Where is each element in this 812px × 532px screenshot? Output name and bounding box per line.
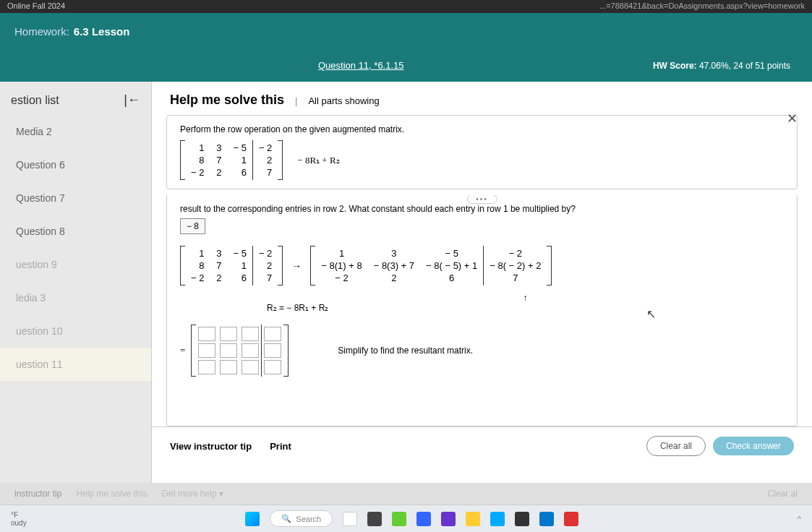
step-matrix-left: 18− 2 372 − 516 − 227 — [180, 246, 283, 286]
sidebar-title: estion list — [11, 94, 59, 107]
windows-taskbar: °F oudy 🔍 Search ^ — [0, 505, 812, 532]
given-matrix: 18− 2 372 − 516 − 227 — [180, 140, 283, 180]
content-area: Help me solve this | All parts showing ✕… — [152, 82, 812, 483]
matrix-input-33[interactable] — [242, 360, 259, 374]
sidebar-item-media3[interactable]: ledia 3 — [0, 281, 151, 314]
hw-title: 6.3 Lesson — [74, 25, 130, 38]
app-icon-9[interactable] — [539, 512, 554, 526]
app-icon-8[interactable] — [515, 512, 529, 526]
instruction-text: Perform the row operation on the given a… — [180, 124, 784, 134]
sidebar-item-media2[interactable]: Media 2 — [0, 115, 151, 148]
step-text-1: result to the corresponding entries in r… — [180, 204, 784, 214]
sidebar-item-q8[interactable]: Question 8 — [0, 215, 151, 248]
question-header: Question 11, *6.1.15 HW Score: 47.06%, 2… — [0, 49, 812, 82]
clear-all-button[interactable]: Clear all — [646, 436, 706, 456]
help-footer: View instructor tip Print Clear all Chec… — [152, 426, 812, 465]
solution-steps: ••• result to the corresponding entries … — [166, 195, 798, 426]
print-link[interactable]: Print — [270, 441, 291, 452]
matrix-input-11[interactable] — [198, 327, 215, 341]
sidebar-item-q10[interactable]: uestion 10 — [0, 314, 151, 348]
sidebar-item-q7[interactable]: Question 7 — [0, 181, 151, 215]
get-more-help-label[interactable]: Get more help ▾ — [161, 489, 223, 499]
app-icon-6[interactable] — [466, 512, 480, 526]
instructor-tip-label[interactable]: instructor tip — [14, 489, 61, 499]
sidebar-item-q11[interactable]: uestion 11 — [0, 348, 151, 381]
weather-widget[interactable]: °F oudy — [11, 511, 27, 527]
app-icon-2[interactable] — [367, 512, 382, 526]
row-operation-note: ↑ R₂ = − 8R₁ + R₂ — [267, 293, 784, 314]
sidebar-item-q9[interactable]: uestion 9 — [0, 248, 151, 281]
view-instructor-tip-link[interactable]: View instructor tip — [170, 441, 252, 452]
help-me-solve-label[interactable]: Help me solve this — [76, 489, 147, 499]
homework-header: Homework: 6.3 Lesson — [0, 13, 812, 49]
question-list-sidebar: estion list |← Media 2 Question 6 Questi… — [0, 82, 152, 483]
matrix-input-34[interactable] — [264, 360, 281, 374]
app-icon-7[interactable] — [490, 512, 505, 526]
answer-constant: − 8 — [180, 218, 205, 234]
ellipsis-icon[interactable]: ••• — [466, 195, 497, 204]
answer-input-matrix — [191, 325, 289, 377]
matrix-input-14[interactable] — [264, 327, 281, 341]
help-title: Help me solve this — [170, 93, 284, 108]
parts-showing[interactable]: All parts showing — [308, 95, 379, 106]
matrix-input-31[interactable] — [198, 360, 215, 374]
app-icon-4[interactable] — [416, 512, 431, 526]
equals-sign: = — [180, 345, 185, 356]
search-icon: 🔍 — [281, 514, 291, 523]
show-desktop-icon[interactable]: ^ — [798, 515, 801, 523]
question-nav[interactable]: Question 11, *6.1.15 — [318, 60, 404, 71]
course-name: Online Fall 2024 — [7, 1, 65, 12]
app-icon-10[interactable] — [564, 512, 578, 526]
step-matrix-right: 1− 8(1) + 8− 2 3− 8(3) + 72 − 5− 8( − 5)… — [310, 246, 552, 286]
hw-score: HW Score: 47.06%, 24 of 51 points — [653, 61, 790, 71]
matrix-input-22[interactable] — [220, 343, 237, 358]
problem-statement: Perform the row operation on the given a… — [166, 115, 798, 189]
hw-label: Homework: — [14, 25, 69, 38]
arrow-icon: → — [291, 260, 302, 272]
matrix-input-13[interactable] — [242, 327, 259, 341]
page-url: ...=7888421&back=DoAssignments.aspx?view… — [599, 1, 805, 12]
app-icon-3[interactable] — [392, 512, 406, 526]
separator: | — [295, 95, 297, 106]
app-icon-5[interactable] — [441, 512, 456, 526]
windows-start-icon[interactable] — [245, 512, 260, 526]
matrix-input-32[interactable] — [220, 360, 237, 374]
row-operation: − 8R₁ + R₂ — [297, 155, 339, 166]
simplify-instruction: Simplify to find the resultant matrix. — [338, 346, 473, 356]
clear-all-label[interactable]: Clear al — [768, 489, 798, 499]
taskbar-search[interactable]: 🔍 Search — [270, 510, 333, 527]
sidebar-item-q6[interactable]: Question 6 — [0, 148, 151, 181]
check-answer-button[interactable]: Check answer — [713, 437, 794, 455]
matrix-input-23[interactable] — [242, 343, 259, 358]
page-bottom-actions: instructor tip Help me solve this Get mo… — [0, 483, 812, 505]
matrix-input-21[interactable] — [198, 343, 215, 358]
app-icon-1[interactable] — [343, 512, 357, 526]
matrix-input-12[interactable] — [220, 327, 237, 341]
matrix-input-24[interactable] — [264, 343, 281, 358]
collapse-sidebar-icon[interactable]: |← — [124, 93, 140, 108]
close-icon[interactable]: ✕ — [787, 111, 798, 126]
browser-top-bar: Online Fall 2024 ...=7888421&back=DoAssi… — [0, 0, 812, 13]
